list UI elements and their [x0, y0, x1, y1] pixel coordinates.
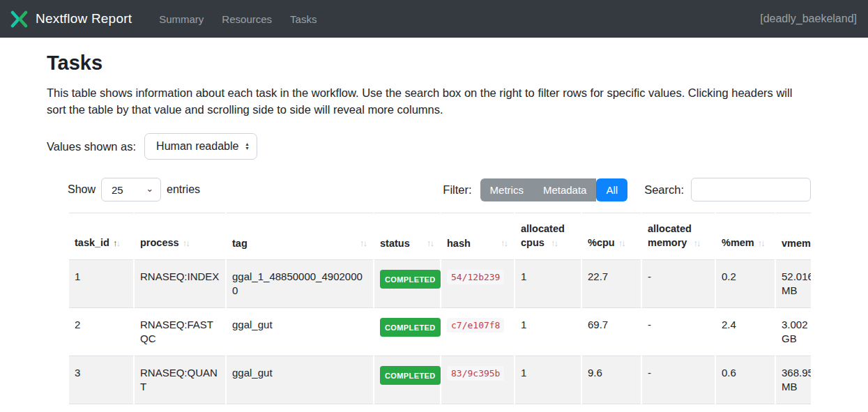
cell-allocated-cpus: 1 — [515, 356, 581, 404]
run-name: [deadly_baekeland] — [760, 13, 857, 25]
cell-status: COMPLETED — [374, 356, 440, 404]
cell-vmem: 3.002 GB — [776, 308, 811, 356]
cell-task-id: 4 — [69, 404, 133, 412]
cell-process: MULTIQC — [135, 404, 225, 412]
column-header-allocated-cpus[interactable]: allocated cpus ↑↓ — [515, 213, 581, 260]
sort-icon: ↑↓ — [618, 236, 626, 250]
nav-links: Summary Resources Tasks — [150, 8, 326, 31]
sort-icon: ↑↓ — [501, 236, 508, 250]
sort-icon: ↑↓ — [183, 236, 190, 250]
cell-allocated-memory: - — [642, 356, 715, 404]
values-shown-label: Values shown as: — [47, 140, 136, 153]
hash-code: 83/9c395b — [447, 366, 504, 381]
filter-button-metadata[interactable]: Metadata — [533, 178, 597, 201]
nav-link-resources[interactable]: Resources — [213, 8, 281, 31]
cell-pct-cpu: 9.6 — [582, 356, 641, 404]
column-header-allocated-memory[interactable]: allocated memory ↑↓ — [642, 213, 715, 260]
brand-title: Nextflow Report — [36, 11, 132, 26]
datatable-area: Show 25 ⌄ entries Filter: Metrics Metada… — [68, 178, 811, 412]
nav-link-summary[interactable]: Summary — [150, 8, 213, 31]
cell-pct-mem: 2.4 — [716, 308, 775, 356]
cell-task-id: 2 — [69, 308, 133, 356]
chevron-down-icon: ⌄ — [146, 183, 153, 194]
column-header-process[interactable]: process↑↓ — [135, 213, 225, 260]
hash-code: 54/12b239 — [447, 270, 504, 284]
cell-pct-mem: 1.4 — [716, 404, 775, 412]
page-length-group: Show 25 ⌄ entries — [68, 178, 200, 201]
column-header-pct-cpu[interactable]: %cpu↑↓ — [582, 213, 641, 260]
brand[interactable]: Nextflow Report — [10, 10, 132, 29]
cell-allocated-memory: - — [642, 260, 715, 308]
cell-tag: - — [227, 404, 373, 412]
table-row[interactable]: 2 RNASEQ:FASTQC ggal_gut COMPLETED c7/e1… — [69, 308, 811, 356]
column-header-vmem[interactable]: vmem — [776, 213, 811, 260]
cell-status: COMPLETED — [374, 404, 440, 412]
column-header-tag[interactable]: tag↑↓ — [227, 213, 373, 260]
cell-status: COMPLETED — [374, 260, 440, 308]
cell-hash: 94/c235e1 — [441, 404, 514, 412]
filter-label: Filter: — [443, 183, 471, 197]
cell-allocated-cpus: 1 — [515, 404, 581, 412]
table-row[interactable]: 3 RNASEQ:QUANT ggal_gut COMPLETED 83/9c3… — [69, 356, 811, 404]
cell-hash: 83/9c395b — [441, 356, 514, 404]
cell-status: COMPLETED — [374, 308, 440, 356]
page-length-select[interactable]: 25 ⌄ — [101, 178, 161, 201]
values-shown-row: Values shown as: Human readable ▴▾ — [47, 133, 821, 160]
hash-code: c7/e107f8 — [447, 318, 504, 333]
column-header-pct-mem[interactable]: %mem↑↓ — [716, 213, 775, 260]
sort-icon: ↑↓ — [693, 236, 701, 250]
cell-process: RNASEQ:FASTQC — [135, 308, 225, 356]
nav-link-tasks[interactable]: Tasks — [281, 8, 326, 31]
status-badge: COMPLETED — [380, 366, 441, 385]
cell-pct-cpu: 22.7 — [582, 260, 641, 308]
cell-tag: ggal_gut — [227, 356, 373, 404]
cell-process: RNASEQ:INDEX — [135, 260, 225, 308]
values-shown-selected: Human readable — [156, 140, 238, 153]
column-header-task-id[interactable]: task_id↑↓ — [69, 213, 133, 260]
cell-hash: c7/e107f8 — [441, 308, 514, 356]
cell-process: RNASEQ:QUANT — [135, 356, 225, 404]
column-header-hash[interactable]: hash↑↓ — [441, 213, 514, 260]
cell-tag: ggal_1_48850000_49020000 — [227, 260, 373, 308]
table-row[interactable]: 4 MULTIQC - COMPLETED 94/c235e1 1 42.8 -… — [69, 404, 811, 412]
cell-allocated-cpus: 1 — [515, 308, 581, 356]
cell-vmem: 571.58 MB — [776, 404, 811, 412]
sort-icon: ↑↓ — [360, 236, 367, 250]
cell-allocated-memory: - — [642, 308, 715, 356]
cell-allocated-cpus: 1 — [515, 260, 581, 308]
page-title: Tasks — [47, 52, 821, 75]
cell-vmem: 368.95 MB — [776, 356, 811, 404]
values-shown-select[interactable]: Human readable ▴▾ — [144, 133, 257, 160]
cell-pct-cpu: 42.8 — [582, 404, 641, 412]
nextflow-logo-icon — [10, 10, 29, 29]
top-navbar: Nextflow Report Summary Resources Tasks … — [0, 0, 868, 38]
status-badge: COMPLETED — [380, 270, 441, 289]
tasks-table-wrapper[interactable]: task_id↑↓ process↑↓ tag↑↓ status↑↓ hash↑… — [68, 213, 811, 412]
cell-tag: ggal_gut — [227, 308, 373, 356]
cell-pct-mem: 0.2 — [716, 260, 775, 308]
datatable-controls: Show 25 ⌄ entries Filter: Metrics Metada… — [68, 178, 811, 201]
cell-task-id: 3 — [69, 356, 133, 404]
cell-vmem: 52.016 MB — [776, 260, 811, 308]
filter-button-group: Metrics Metadata All — [480, 178, 628, 201]
table-row[interactable]: 1 RNASEQ:INDEX ggal_1_48850000_49020000 … — [69, 260, 811, 308]
sort-icon: ↑↓ — [427, 236, 434, 250]
column-header-status[interactable]: status↑↓ — [374, 213, 440, 260]
search-group: Search: — [644, 178, 811, 201]
page-length-value: 25 — [112, 184, 123, 196]
select-updown-icon: ▴▾ — [245, 142, 248, 151]
entries-label: entries — [167, 183, 200, 196]
tasks-table: task_id↑↓ process↑↓ tag↑↓ status↑↓ hash↑… — [68, 213, 811, 412]
search-input[interactable] — [691, 178, 811, 201]
status-badge: COMPLETED — [380, 318, 441, 337]
table-header-row: task_id↑↓ process↑↓ tag↑↓ status↑↓ hash↑… — [69, 213, 811, 260]
main-content: Tasks This table shows information about… — [0, 38, 868, 412]
filter-button-metrics[interactable]: Metrics — [480, 178, 533, 201]
filter-search-group: Filter: Metrics Metadata All Search: — [443, 178, 811, 201]
cell-hash: 54/12b239 — [441, 260, 514, 308]
cell-pct-cpu: 69.7 — [582, 308, 641, 356]
search-label: Search: — [644, 183, 684, 197]
filter-button-all[interactable]: All — [596, 178, 627, 201]
cell-pct-mem: 0.6 — [716, 356, 775, 404]
sort-icon: ↑↓ — [551, 236, 558, 250]
